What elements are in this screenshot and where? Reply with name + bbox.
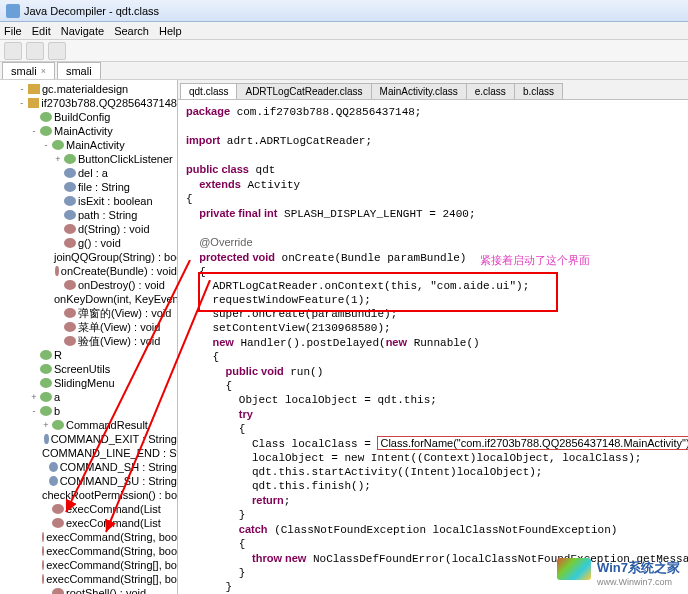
tree-node[interactable]: COMMAND_EXIT : String: [0, 432, 177, 446]
tree-node[interactable]: -MainActivity: [0, 124, 177, 138]
tree-node[interactable]: isExit : boolean: [0, 194, 177, 208]
editor-tab[interactable]: e.class: [466, 83, 515, 99]
tree-node[interactable]: -MainActivity: [0, 138, 177, 152]
tree-node[interactable]: execCommand(String, boo: [0, 530, 177, 544]
cls-icon: [52, 420, 64, 430]
window-title: Java Decompiler - qdt.class: [24, 5, 159, 17]
tree-node[interactable]: BuildConfig: [0, 110, 177, 124]
mth-icon: [42, 532, 44, 542]
mth-icon: [42, 560, 44, 570]
editor-tabs: qdt.classADRTLogCatReader.classMainActiv…: [178, 80, 688, 100]
tree-node[interactable]: 菜单(View) : void: [0, 320, 177, 334]
cls-icon: [64, 154, 76, 164]
toolbar-open-icon[interactable]: [4, 42, 22, 60]
mth-icon: [42, 546, 44, 556]
toolbar-back-icon[interactable]: [26, 42, 44, 60]
tree-node[interactable]: COMMAND_LINE_END : Str: [0, 446, 177, 460]
mth-icon: [64, 224, 76, 234]
tree-node[interactable]: onDestroy() : void: [0, 278, 177, 292]
fld-icon: [49, 476, 58, 486]
package-tree[interactable]: -gc.materialdesign-if2703b788.QQ28564371…: [0, 80, 178, 594]
fld-icon: [64, 196, 76, 206]
cls-icon: [40, 350, 52, 360]
tree-node[interactable]: SlidingMenu: [0, 376, 177, 390]
editor-tab[interactable]: MainActivity.class: [371, 83, 467, 99]
mth-icon: [64, 308, 76, 318]
tree-node[interactable]: file : String: [0, 180, 177, 194]
tree-node[interactable]: joinQQGroup(String) : bool: [0, 250, 177, 264]
cls-icon: [40, 378, 52, 388]
mth-icon: [55, 266, 58, 276]
cls-icon: [40, 112, 52, 122]
tree-node[interactable]: execCommand(String[], bo: [0, 572, 177, 586]
pkg-icon: [28, 84, 40, 94]
fld-icon: [64, 168, 76, 178]
tree-node[interactable]: onCreate(Bundle) : void: [0, 264, 177, 278]
tree-node[interactable]: g() : void: [0, 236, 177, 250]
tree-node[interactable]: execCommand(String[], bo: [0, 558, 177, 572]
tree-node[interactable]: rootShell() : void: [0, 586, 177, 594]
mth-icon: [64, 336, 76, 346]
toolbar: [0, 40, 688, 62]
menu-navigate[interactable]: Navigate: [61, 25, 104, 37]
mth-icon: [64, 322, 76, 332]
tree-node[interactable]: path : String: [0, 208, 177, 222]
menu-search[interactable]: Search: [114, 25, 149, 37]
source-editor[interactable]: package com.if2703b788.QQ2856437148; imp…: [178, 100, 688, 594]
cls-icon: [40, 126, 52, 136]
tree-node[interactable]: R: [0, 348, 177, 362]
menu-edit[interactable]: Edit: [32, 25, 51, 37]
cls-icon: [40, 392, 52, 402]
tree-node[interactable]: +a: [0, 390, 177, 404]
tree-node[interactable]: +ButtonClickListener: [0, 152, 177, 166]
tree-node[interactable]: execCommand(String, boo: [0, 544, 177, 558]
editor-tab[interactable]: b.class: [514, 83, 563, 99]
menu-help[interactable]: Help: [159, 25, 182, 37]
app-icon: [6, 4, 20, 18]
annotation-text: 紧接着启动了这个界面: [480, 253, 590, 268]
tree-node[interactable]: 验值(View) : void: [0, 334, 177, 348]
highlight-box: [198, 272, 558, 312]
mth-icon: [42, 574, 44, 584]
tree-node[interactable]: ScreenUtils: [0, 362, 177, 376]
tree-node[interactable]: onKeyDown(int, KeyEvent) :: [0, 292, 177, 306]
cls-icon: [52, 140, 64, 150]
mth-icon: [52, 504, 64, 514]
tree-node[interactable]: execCommand(List: [0, 502, 177, 516]
tree-node[interactable]: checkRootPermission() : bo: [0, 488, 177, 502]
watermark-url: www.Winwin7.com: [597, 577, 680, 587]
editor-tab[interactable]: ADRTLogCatReader.class: [236, 83, 371, 99]
tree-node[interactable]: -gc.materialdesign: [0, 82, 177, 96]
fld-icon: [64, 210, 76, 220]
tree-node[interactable]: d(String) : void: [0, 222, 177, 236]
close-icon[interactable]: ×: [41, 66, 46, 76]
watermark: Win7系统之家 www.Winwin7.com: [557, 558, 680, 588]
cls-icon: [40, 364, 52, 374]
project-tab-smali-2[interactable]: smali: [57, 62, 101, 79]
menu-file[interactable]: File: [4, 25, 22, 37]
mth-icon: [64, 238, 76, 248]
toolbar-forward-icon[interactable]: [48, 42, 66, 60]
tree-node[interactable]: -if2703b788.QQ2856437148: [0, 96, 177, 110]
pkg-icon: [28, 98, 40, 108]
editor-tab[interactable]: qdt.class: [180, 83, 237, 99]
tree-node[interactable]: del : a: [0, 166, 177, 180]
tree-node[interactable]: execCommand(List: [0, 516, 177, 530]
tree-node[interactable]: COMMAND_SU : String: [0, 474, 177, 488]
mth-icon: [52, 518, 64, 528]
window-titlebar: Java Decompiler - qdt.class: [0, 0, 688, 22]
project-tabs: smali× smali: [0, 62, 688, 80]
tree-node[interactable]: +CommandResult: [0, 418, 177, 432]
tree-node[interactable]: COMMAND_SH : String: [0, 460, 177, 474]
watermark-title: Win7系统之家: [597, 560, 680, 575]
menu-bar: File Edit Navigate Search Help: [0, 22, 688, 40]
fld-icon: [49, 462, 58, 472]
mth-icon: [64, 280, 76, 290]
tree-node[interactable]: -b: [0, 404, 177, 418]
cls-icon: [40, 406, 52, 416]
windows-logo-icon: [557, 558, 591, 580]
fld-icon: [64, 182, 76, 192]
tree-node[interactable]: 弹窗的(View) : void: [0, 306, 177, 320]
fld-icon: [44, 434, 48, 444]
project-tab-smali-1[interactable]: smali×: [2, 62, 55, 79]
